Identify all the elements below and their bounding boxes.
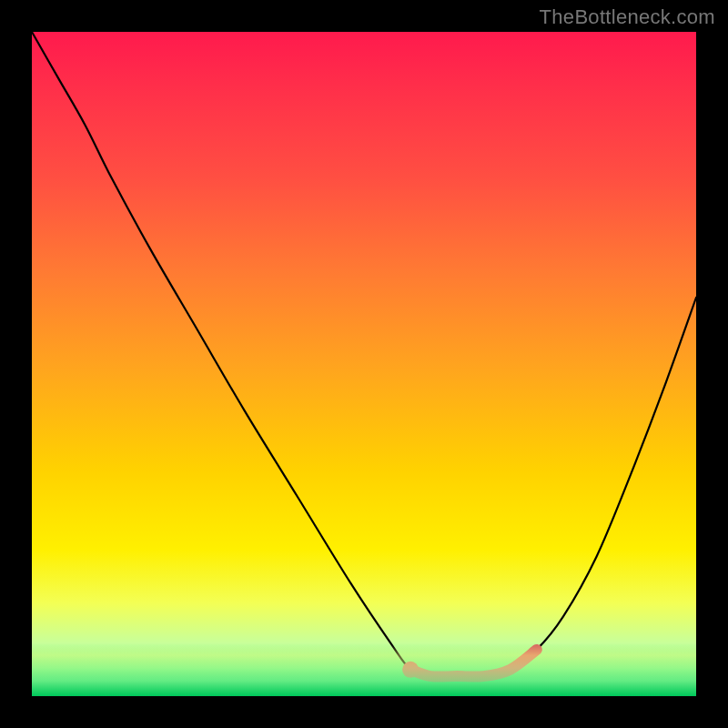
plot-area xyxy=(32,32,696,696)
curve-svg xyxy=(32,32,696,696)
bottleneck-highlight-start-dot xyxy=(402,662,419,678)
watermark-text: TheBottleneck.com xyxy=(540,5,715,29)
chart-frame: TheBottleneck.com xyxy=(0,0,728,728)
bottleneck-highlight-segment xyxy=(410,650,537,677)
bottleneck-curve-line xyxy=(32,32,696,677)
